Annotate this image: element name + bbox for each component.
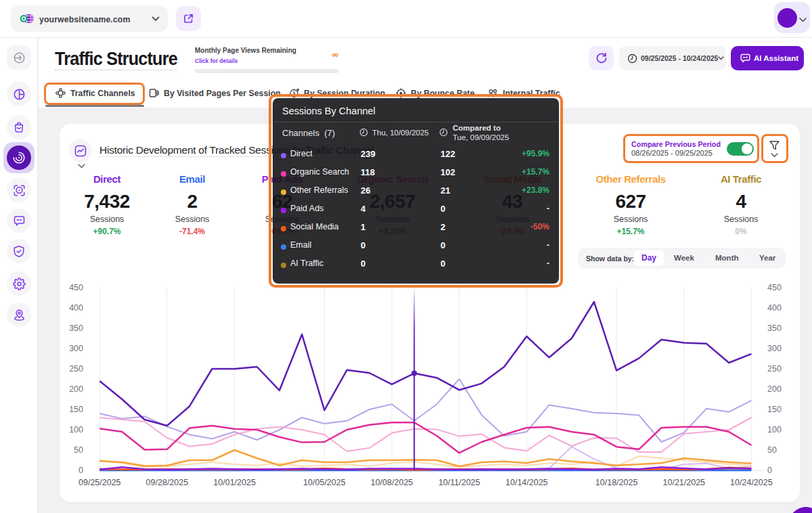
svg-text:400: 400 [69,303,83,313]
svg-text:0: 0 [78,466,83,475]
svg-text:250: 250 [69,364,83,374]
svg-text:10/05/2025: 10/05/2025 [303,478,346,487]
svg-text:400: 400 [767,303,782,313]
svg-text:100: 100 [767,425,782,434]
svg-text:10/21/2025: 10/21/2025 [663,478,706,487]
svg-text:10/08/2025: 10/08/2025 [371,478,413,487]
svg-text:100: 100 [69,425,83,434]
svg-text:150: 150 [69,405,83,414]
svg-text:50: 50 [767,445,777,455]
svg-text:300: 300 [767,344,782,353]
svg-text:09/25/2025: 09/25/2025 [78,478,121,487]
svg-text:450: 450 [767,283,782,292]
svg-text:10/14/2025: 10/14/2025 [505,478,548,487]
svg-text:200: 200 [69,384,83,394]
svg-text:0: 0 [767,466,772,475]
svg-text:50: 50 [74,445,83,455]
svg-text:10/18/2025: 10/18/2025 [595,478,638,487]
svg-text:350: 350 [69,324,83,333]
svg-text:10/11/2025: 10/11/2025 [438,478,480,487]
svg-text:300: 300 [69,344,83,353]
svg-text:10/01/2025: 10/01/2025 [213,478,256,487]
svg-text:250: 250 [767,364,782,374]
svg-text:10/24/2025: 10/24/2025 [730,478,773,487]
svg-text:350: 350 [767,324,782,333]
svg-text:09/28/2025: 09/28/2025 [146,478,189,487]
svg-text:150: 150 [767,405,782,414]
svg-text:200: 200 [767,384,782,394]
svg-text:450: 450 [69,283,83,292]
